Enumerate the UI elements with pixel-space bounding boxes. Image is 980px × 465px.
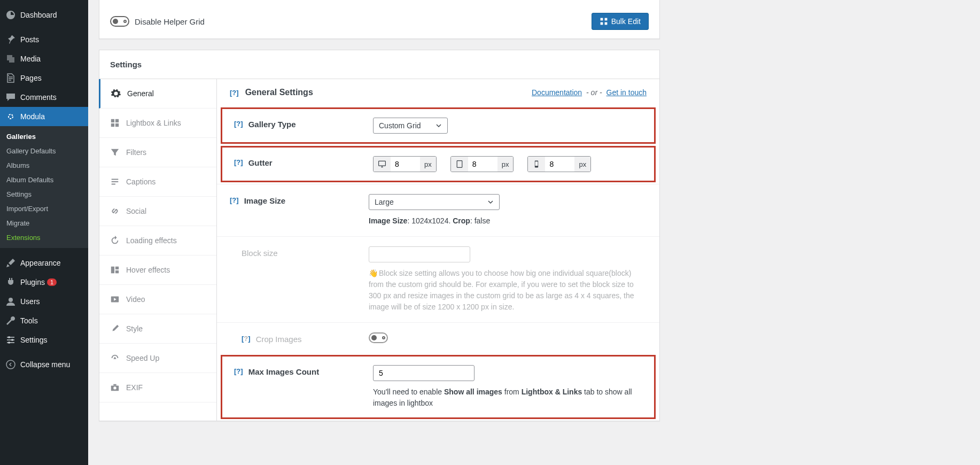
sidebar-item-appearance[interactable]: Appearance bbox=[0, 253, 88, 273]
tab-label: Style bbox=[126, 324, 143, 333]
gutter-tablet-input[interactable] bbox=[468, 157, 497, 172]
sidebar-label: Dashboard bbox=[20, 11, 57, 19]
submenu-gallery-defaults[interactable]: Gallery Defaults bbox=[0, 144, 88, 158]
image-size-select[interactable]: Large bbox=[369, 194, 500, 210]
svg-point-4 bbox=[8, 342, 10, 344]
block-size-input[interactable] bbox=[369, 246, 470, 262]
gallery-type-select[interactable]: Custom Grid bbox=[373, 118, 448, 134]
sidebar-label: Collapse menu bbox=[20, 360, 70, 369]
sidebar-item-modula[interactable]: Modula bbox=[0, 107, 88, 126]
sidebar-item-dashboard[interactable]: Dashboard bbox=[0, 5, 88, 25]
tab-video[interactable]: Video bbox=[99, 285, 216, 314]
tab-social[interactable]: Social bbox=[99, 197, 216, 226]
comment-icon bbox=[5, 92, 16, 103]
crop-images-toggle[interactable] bbox=[369, 332, 388, 343]
submenu-import-export[interactable]: Import/Export bbox=[0, 201, 88, 216]
collapse-icon bbox=[5, 359, 16, 370]
disable-helper-grid-toggle[interactable] bbox=[110, 16, 129, 27]
max-images-description: You'll need to enable Show all images fr… bbox=[373, 386, 642, 409]
paint-icon bbox=[110, 324, 120, 334]
submenu-album-defaults[interactable]: Album Defaults bbox=[0, 173, 88, 187]
sidebar-label: Media bbox=[20, 55, 41, 63]
tab-label: Video bbox=[126, 295, 145, 304]
tab-label: Lightbox & Links bbox=[126, 119, 181, 127]
section-title: General Settings bbox=[245, 88, 313, 97]
sidebar-item-comments[interactable]: Comments bbox=[0, 88, 88, 107]
tab-label: Captions bbox=[126, 177, 155, 186]
svg-rect-24 bbox=[535, 161, 538, 166]
settings-header: Settings bbox=[99, 50, 659, 79]
sidebar-item-media[interactable]: Media bbox=[0, 49, 88, 68]
tab-label: Loading effects bbox=[126, 236, 177, 245]
media-icon bbox=[5, 53, 16, 64]
field-crop-images: ? Crop Images bbox=[217, 322, 659, 353]
sidebar-label: Settings bbox=[20, 336, 48, 344]
image-size-value: Large bbox=[375, 198, 394, 206]
svg-point-3 bbox=[11, 339, 13, 341]
play-icon bbox=[110, 294, 120, 304]
sidebar-item-posts[interactable]: Posts bbox=[0, 30, 88, 49]
help-icon[interactable]: ? bbox=[234, 158, 243, 166]
sidebar-item-collapse[interactable]: Collapse menu bbox=[0, 355, 88, 374]
block-size-label: Block size bbox=[242, 249, 278, 258]
svg-rect-11 bbox=[115, 119, 119, 122]
grid-icon bbox=[110, 118, 120, 128]
gallery-type-value: Custom Grid bbox=[379, 121, 421, 130]
tab-label: Filters bbox=[126, 148, 146, 157]
svg-rect-7 bbox=[604, 18, 607, 21]
chevron-down-icon bbox=[435, 122, 442, 129]
gutter-tablet: px bbox=[450, 156, 514, 172]
bulk-edit-button[interactable]: Bulk Edit bbox=[592, 13, 649, 30]
svg-point-1 bbox=[9, 298, 13, 302]
submenu-settings[interactable]: Settings bbox=[0, 187, 88, 201]
sidebar-item-users[interactable]: Users bbox=[0, 292, 88, 311]
submenu-albums[interactable]: Albums bbox=[0, 158, 88, 173]
submenu-extensions[interactable]: Extensions bbox=[0, 230, 88, 245]
max-images-input[interactable] bbox=[373, 365, 475, 381]
mobile-icon bbox=[528, 157, 545, 172]
sidebar-item-settings[interactable]: Settings bbox=[0, 330, 88, 350]
tab-exif[interactable]: EXIF bbox=[99, 373, 216, 402]
gutter-mobile-input[interactable] bbox=[545, 157, 574, 172]
sidebar-item-tools[interactable]: Tools bbox=[0, 311, 88, 330]
section-header: ? General Settings Documentation - or - … bbox=[217, 79, 659, 106]
documentation-link[interactable]: Documentation bbox=[532, 88, 582, 97]
help-icon[interactable]: ? bbox=[230, 89, 239, 97]
tab-speed-up[interactable]: Speed Up bbox=[99, 344, 216, 373]
field-image-size: ? Image Size Large Image Size: 1024x1024… bbox=[217, 184, 659, 236]
helper-panel: Disable Helper Grid Bulk Edit bbox=[99, 0, 660, 39]
svg-rect-20 bbox=[113, 384, 116, 386]
help-icon[interactable]: ? bbox=[230, 196, 239, 204]
tablet-icon bbox=[451, 157, 468, 172]
layout-icon bbox=[110, 265, 120, 275]
gallery-type-label: Gallery Type bbox=[248, 120, 296, 129]
tab-lightbox[interactable]: Lightbox & Links bbox=[99, 108, 216, 138]
sidebar-submenu-modula: Galleries Gallery Defaults Albums Album … bbox=[0, 126, 88, 248]
submenu-migrate[interactable]: Migrate bbox=[0, 216, 88, 230]
svg-rect-15 bbox=[115, 267, 119, 269]
help-icon[interactable]: ? bbox=[234, 367, 243, 375]
field-block-size: Block size 👋Block size setting allows yo… bbox=[217, 236, 659, 322]
tab-filters[interactable]: Filters bbox=[99, 138, 216, 167]
svg-point-0 bbox=[9, 114, 13, 119]
help-icon[interactable]: ? bbox=[242, 335, 251, 343]
tab-general[interactable]: General bbox=[99, 79, 216, 108]
sidebar-item-plugins[interactable]: Plugins 1 bbox=[0, 273, 88, 292]
help-icon[interactable]: ? bbox=[234, 120, 243, 128]
settings-tabs: General Lightbox & Links Filters Caption… bbox=[99, 79, 217, 421]
plug-icon bbox=[5, 277, 16, 288]
get-in-touch-link[interactable]: Get in touch bbox=[606, 88, 647, 97]
tab-style[interactable]: Style bbox=[99, 314, 216, 344]
tab-label: Hover effects bbox=[126, 266, 170, 274]
sliders-icon bbox=[5, 335, 16, 345]
separator-text: - or - bbox=[586, 88, 602, 97]
funnel-icon bbox=[110, 148, 120, 157]
wrench-icon bbox=[5, 315, 16, 326]
tab-captions[interactable]: Captions bbox=[99, 167, 216, 197]
tab-loading-effects[interactable]: Loading effects bbox=[99, 226, 216, 255]
submenu-galleries[interactable]: Galleries bbox=[0, 129, 88, 144]
gutter-desktop-input[interactable] bbox=[391, 157, 420, 172]
tab-hover-effects[interactable]: Hover effects bbox=[99, 255, 216, 285]
camera-icon bbox=[110, 383, 120, 392]
sidebar-item-pages[interactable]: Pages bbox=[0, 68, 88, 88]
